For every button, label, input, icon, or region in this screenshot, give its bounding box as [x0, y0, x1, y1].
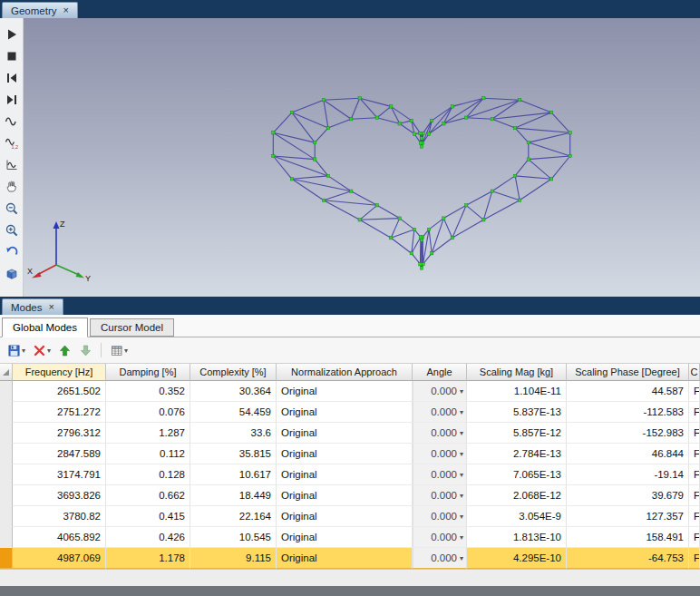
undo-button[interactable] — [2, 243, 22, 260]
tab-modes[interactable]: Modes × — [2, 298, 63, 315]
header-complex[interactable]: C — [689, 364, 700, 381]
skip-to-start-icon — [5, 71, 19, 85]
tab-modes-label: Modes — [11, 302, 43, 313]
delete-button[interactable]: ▾ — [30, 340, 53, 360]
fit-view-button[interactable] — [2, 265, 22, 282]
cell-complexity: 10.545 — [190, 527, 277, 548]
cell-damping: 0.415 — [106, 506, 190, 527]
table-row[interactable]: 2847.589 0.112 35.815 Original 0.000 ▾ 2… — [0, 444, 700, 464]
cell-angle: 0.000 ▾ — [413, 423, 467, 444]
close-icon[interactable]: × — [49, 302, 54, 312]
wave-axis-button[interactable] — [2, 156, 22, 173]
row-indicator — [0, 423, 13, 444]
skip-to-end-button[interactable] — [2, 91, 22, 108]
table-row[interactable]: 2751.272 0.076 54.459 Original 0.000 ▾ 5… — [0, 402, 700, 423]
zoom-in-button[interactable] — [2, 221, 22, 239]
cell-scaling-mag: 1.104E-11 — [467, 381, 567, 402]
viewport-toolbar: 1,2 — [0, 18, 24, 297]
row-indicator — [0, 381, 13, 402]
cell-angle: 0.000 ▾ — [413, 444, 467, 464]
header-complexity[interactable]: Complexity [%] — [190, 364, 277, 381]
select-all-corner[interactable] — [0, 364, 13, 381]
table-row[interactable]: 2651.502 0.352 30.364 Original 0.000 ▾ 1… — [0, 381, 700, 402]
play-icon — [5, 27, 19, 42]
sine-wave-button[interactable] — [2, 112, 22, 130]
play-button[interactable] — [2, 25, 22, 43]
cell-frequency: 4065.892 — [13, 527, 106, 548]
move-down-button[interactable] — [76, 340, 95, 360]
stop-icon — [5, 49, 19, 64]
skip-to-start-button[interactable] — [2, 69, 22, 86]
stop-button[interactable] — [2, 47, 22, 64]
row-indicator — [0, 548, 13, 569]
cell-damping: 0.076 — [106, 402, 190, 423]
angle-value: 0.000 — [431, 386, 457, 396]
modes-subtabs: Global Modes Cursor Model — [0, 315, 700, 337]
angle-value: 0.000 — [431, 552, 457, 563]
geometry-viewport[interactable]: 1,2 Z X Y — [0, 18, 700, 297]
angle-value: 0.000 — [431, 469, 457, 480]
angle-dropdown[interactable]: 0.000 ▾ — [413, 402, 466, 422]
zoom-out-button[interactable] — [2, 200, 22, 217]
cell-frequency: 2796.312 — [13, 423, 106, 444]
tab-global-modes[interactable]: Global Modes — [2, 318, 88, 337]
cell-complexity: 35.815 — [190, 444, 277, 464]
chevron-down-icon: ▾ — [460, 450, 463, 458]
cell-scaling-phase: -19.14 — [567, 464, 689, 485]
cell-normalization: Original — [277, 548, 413, 569]
cell-frequency: 3174.791 — [13, 464, 106, 485]
angle-dropdown[interactable]: 0.000 ▾ — [413, 381, 466, 401]
panel-filler — [0, 569, 700, 586]
table-row[interactable]: 2796.312 1.287 33.6 Original 0.000 ▾ 5.8… — [0, 423, 700, 444]
pan-button[interactable] — [2, 178, 22, 195]
tab-cursor-model[interactable]: Cursor Model — [90, 318, 174, 337]
table-row[interactable]: 3174.791 0.128 10.617 Original 0.000 ▾ 7… — [0, 464, 700, 485]
chevron-down-icon: ▾ — [460, 554, 463, 562]
fit-view-cube-icon — [5, 267, 19, 281]
move-up-button[interactable] — [55, 340, 74, 360]
zoom-in-icon — [5, 223, 19, 238]
table-row[interactable]: 4987.069 1.178 9.115 Original 0.000 ▾ 4.… — [0, 548, 700, 569]
angle-dropdown[interactable]: 0.000 ▾ — [413, 464, 466, 484]
cell-complexity: 18.449 — [190, 485, 277, 506]
header-normalization[interactable]: Normalization Approach — [277, 364, 413, 381]
header-damping[interactable]: Damping [%] — [106, 364, 190, 381]
angle-dropdown[interactable]: 0.000 ▾ — [413, 548, 466, 568]
table-row[interactable]: 4065.892 0.426 10.545 Original 0.000 ▾ 1… — [0, 527, 700, 548]
cell-complex-flag: F — [689, 381, 700, 402]
table-options-button[interactable]: ▾ — [107, 340, 131, 360]
header-scaling-mag[interactable]: Scaling Mag [kg] — [467, 364, 567, 381]
row-indicator — [0, 506, 13, 527]
tab-geometry[interactable]: Geometry × — [2, 2, 78, 18]
cell-normalization: Original — [277, 527, 413, 548]
close-icon[interactable]: × — [63, 5, 69, 15]
header-scaling-phase[interactable]: Scaling Phase [Degree] — [567, 364, 689, 381]
table-row[interactable]: 3780.82 0.415 22.164 Original 0.000 ▾ 3.… — [0, 506, 700, 527]
chevron-down-icon: ▾ — [460, 533, 463, 542]
row-indicator — [0, 402, 13, 423]
angle-dropdown[interactable]: 0.000 ▾ — [413, 485, 466, 505]
cell-normalization: Original — [277, 485, 413, 506]
cell-scaling-mag: 2.784E-13 — [467, 444, 567, 464]
arrow-up-icon — [58, 344, 72, 357]
sine-wave-1-2-button[interactable]: 1,2 — [2, 134, 22, 151]
table-body: 2651.502 0.352 30.364 Original 0.000 ▾ 1… — [0, 381, 700, 569]
save-button[interactable]: ▾ — [5, 340, 28, 360]
cell-scaling-phase: 39.679 — [567, 485, 689, 506]
angle-value: 0.000 — [431, 532, 457, 542]
cell-scaling-mag: 7.065E-13 — [467, 464, 567, 485]
header-angle[interactable]: Angle — [413, 364, 467, 381]
header-frequency[interactable]: Frequency [Hz] — [13, 364, 106, 381]
cell-scaling-mag: 4.295E-10 — [467, 548, 567, 569]
angle-dropdown[interactable]: 0.000 ▾ — [413, 506, 466, 526]
angle-dropdown[interactable]: 0.000 ▾ — [413, 444, 466, 464]
modes-tabbar: Modes × — [0, 297, 700, 315]
cell-damping: 0.426 — [106, 527, 190, 548]
angle-value: 0.000 — [431, 406, 457, 417]
cell-damping: 1.178 — [106, 548, 190, 569]
angle-dropdown[interactable]: 0.000 ▾ — [413, 527, 466, 547]
angle-dropdown[interactable]: 0.000 ▾ — [413, 423, 466, 443]
table-row[interactable]: 3693.826 0.662 18.449 Original 0.000 ▾ 2… — [0, 485, 700, 506]
cell-damping: 0.112 — [106, 444, 190, 464]
svg-text:1,2: 1,2 — [11, 144, 18, 150]
